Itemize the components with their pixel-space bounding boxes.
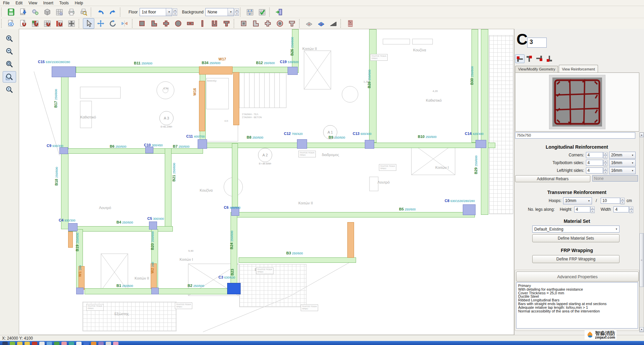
zoom-out-icon[interactable] (3, 46, 16, 57)
chevron-down-icon[interactable]: ▼ (586, 198, 592, 204)
hoops-spacing-input[interactable]: 10 (601, 198, 620, 204)
column[interactable] (59, 147, 68, 154)
beam[interactable] (76, 67, 291, 73)
legs-width-stepper[interactable]: ▲▼ (629, 206, 633, 212)
rebar-count-input[interactable]: 4 (586, 152, 603, 158)
scrollbar-thumb[interactable]: ≡ (640, 233, 644, 287)
beam[interactable] (62, 148, 203, 154)
rebar-diameter-select[interactable]: 16mm▼ (609, 167, 636, 174)
rebar-diameter-select[interactable]: 20mm▼ (609, 152, 636, 159)
rebar-count-input[interactable]: 4 (586, 167, 603, 174)
building-3d-icon[interactable] (345, 18, 356, 29)
column[interactable] (76, 288, 84, 294)
rebar-corner-1-icon[interactable] (515, 54, 525, 63)
dwg-snap-icon[interactable] (17, 18, 29, 29)
menu-view[interactable]: View (26, 0, 40, 6)
rebar-count-stepper[interactable]: ▲▼ (603, 152, 607, 158)
menu-file[interactable]: File (0, 0, 12, 6)
column-number-input[interactable]: 3 (527, 38, 547, 48)
view-3d-icon[interactable] (42, 7, 53, 17)
taskbar-icon[interactable] (61, 342, 67, 345)
column[interactable] (288, 67, 298, 75)
floor-select[interactable]: 1st floor ▼ (140, 8, 172, 16)
menu-help[interactable]: Help (72, 0, 86, 6)
taskbar-icon[interactable] (69, 342, 74, 345)
beam[interactable] (61, 71, 68, 149)
taskbar-icon[interactable] (98, 342, 104, 345)
jacket-circle-icon[interactable] (274, 18, 286, 29)
rotate-icon[interactable] (107, 18, 118, 29)
grid-edit-icon[interactable] (54, 7, 65, 17)
selected-column-c3[interactable] (227, 283, 241, 294)
taskbar-icon[interactable] (17, 342, 22, 345)
ramp-icon[interactable] (328, 18, 339, 29)
define-frp-wrapping-button[interactable]: Define FRP Wrapping (532, 255, 620, 263)
column[interactable] (149, 221, 157, 230)
tab-view-modify-geometry[interactable]: View/Modify Geometry (515, 66, 558, 72)
print-icon[interactable] (66, 7, 77, 17)
redo-icon[interactable] (107, 7, 118, 17)
chevron-down-icon[interactable]: ▼ (630, 167, 635, 174)
exit-icon[interactable] (274, 7, 285, 17)
grid-move-icon[interactable] (66, 18, 77, 29)
taskbar-icon[interactable] (24, 342, 30, 345)
floor-plan-canvas[interactable]: C15630/1530/280/280B11250/600B34250/600W… (19, 29, 514, 335)
slab-joist-icon[interactable] (315, 18, 327, 29)
taskbar-icon[interactable] (39, 342, 45, 345)
jacket-cross-icon[interactable] (262, 18, 274, 29)
wall-window-icon[interactable] (185, 18, 196, 29)
zoom-window-icon[interactable] (3, 71, 16, 83)
column[interactable] (52, 66, 76, 77)
masonry-wall[interactable] (199, 81, 205, 131)
scroll-up-icon[interactable]: ▲ (640, 133, 644, 137)
undo-icon[interactable] (95, 7, 106, 17)
taskbar-icon[interactable] (32, 342, 37, 345)
row-snap-icon[interactable] (54, 18, 65, 29)
column[interactable] (463, 204, 476, 215)
taskbar-icon[interactable] (84, 342, 89, 345)
column[interactable] (145, 147, 153, 153)
beam[interactable] (239, 257, 356, 263)
column[interactable] (476, 140, 486, 148)
beam[interactable] (481, 29, 488, 215)
taskbar-icon[interactable] (91, 342, 96, 345)
sec-t-icon[interactable] (221, 18, 232, 29)
taskbar-icon[interactable] (47, 342, 52, 345)
material-set-select[interactable]: Default_Existing ▼ (532, 226, 620, 233)
legs-width-input[interactable]: 4 (613, 206, 629, 212)
chevron-down-icon[interactable]: ▼ (166, 8, 172, 16)
chevron-down-icon[interactable]: ▼ (630, 152, 635, 158)
move-icon[interactable] (95, 18, 106, 29)
col-cross-icon[interactable] (160, 18, 172, 29)
rebar-count-stepper[interactable]: ▲▼ (603, 167, 607, 174)
chevron-down-icon[interactable]: ▼ (228, 8, 234, 16)
column[interactable] (297, 139, 307, 149)
beam[interactable] (472, 29, 478, 143)
background-stepper[interactable]: ▲▼ (235, 8, 239, 16)
legs-height-stepper[interactable]: ▲▼ (591, 206, 595, 212)
chevron-down-icon[interactable]: ▼ (614, 226, 619, 232)
masonry-wall[interactable] (347, 222, 354, 258)
masonry-wall[interactable] (68, 232, 73, 248)
import-dwg-icon[interactable]: DWG (17, 7, 29, 17)
background-select[interactable]: None ▼ (205, 8, 234, 16)
settings-icon[interactable] (30, 7, 41, 17)
rebar-count-stepper[interactable]: ▲▼ (603, 160, 607, 166)
scroll-down-icon[interactable]: ▼ (640, 327, 644, 332)
define-material-sets-button[interactable]: Define Material Sets (532, 234, 620, 242)
col-circle-icon[interactable] (172, 18, 184, 29)
section-size-field[interactable]: 750x750 (515, 132, 635, 139)
grid-color-snap-icon[interactable] (30, 18, 41, 29)
save-icon[interactable] (5, 7, 17, 17)
mirror-icon[interactable] (119, 18, 131, 29)
jacket-l-icon[interactable] (250, 18, 261, 29)
chevron-down-icon[interactable]: ▼ (630, 160, 635, 166)
floor-stepper[interactable]: ▲▼ (173, 8, 177, 16)
col-rect-icon[interactable] (136, 18, 148, 29)
check-model-icon[interactable] (256, 7, 268, 17)
hoops-diameter-select[interactable]: 10mm ▼ (563, 197, 592, 204)
print-preview-icon[interactable] (78, 7, 89, 17)
beam[interactable] (202, 143, 495, 148)
column[interactable] (151, 288, 159, 294)
beam[interactable] (232, 143, 238, 212)
